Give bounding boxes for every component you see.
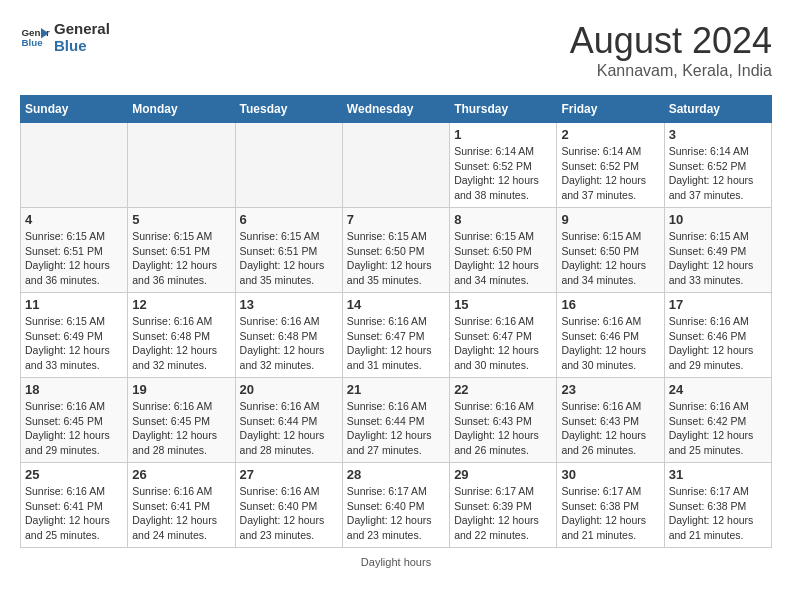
header-thursday: Thursday bbox=[450, 96, 557, 123]
day-number: 10 bbox=[669, 212, 767, 227]
calendar-cell: 14Sunrise: 6:16 AM Sunset: 6:47 PM Dayli… bbox=[342, 293, 449, 378]
calendar-cell: 12Sunrise: 6:16 AM Sunset: 6:48 PM Dayli… bbox=[128, 293, 235, 378]
calendar-cell: 20Sunrise: 6:16 AM Sunset: 6:44 PM Dayli… bbox=[235, 378, 342, 463]
calendar-cell: 13Sunrise: 6:16 AM Sunset: 6:48 PM Dayli… bbox=[235, 293, 342, 378]
day-number: 12 bbox=[132, 297, 230, 312]
header-monday: Monday bbox=[128, 96, 235, 123]
page-header: General Blue General Blue August 2024 Ka… bbox=[20, 20, 772, 80]
day-number: 14 bbox=[347, 297, 445, 312]
day-number: 11 bbox=[25, 297, 123, 312]
logo-icon: General Blue bbox=[20, 22, 50, 52]
day-info: Sunrise: 6:15 AM Sunset: 6:51 PM Dayligh… bbox=[132, 229, 230, 288]
calendar-cell: 4Sunrise: 6:15 AM Sunset: 6:51 PM Daylig… bbox=[21, 208, 128, 293]
calendar-week-3: 11Sunrise: 6:15 AM Sunset: 6:49 PM Dayli… bbox=[21, 293, 772, 378]
calendar-cell: 27Sunrise: 6:16 AM Sunset: 6:40 PM Dayli… bbox=[235, 463, 342, 548]
day-number: 3 bbox=[669, 127, 767, 142]
calendar-cell: 6Sunrise: 6:15 AM Sunset: 6:51 PM Daylig… bbox=[235, 208, 342, 293]
title-block: August 2024 Kannavam, Kerala, India bbox=[570, 20, 772, 80]
calendar-cell: 18Sunrise: 6:16 AM Sunset: 6:45 PM Dayli… bbox=[21, 378, 128, 463]
day-number: 16 bbox=[561, 297, 659, 312]
day-number: 6 bbox=[240, 212, 338, 227]
day-info: Sunrise: 6:16 AM Sunset: 6:44 PM Dayligh… bbox=[347, 399, 445, 458]
day-number: 20 bbox=[240, 382, 338, 397]
day-info: Sunrise: 6:15 AM Sunset: 6:49 PM Dayligh… bbox=[669, 229, 767, 288]
calendar-cell: 16Sunrise: 6:16 AM Sunset: 6:46 PM Dayli… bbox=[557, 293, 664, 378]
calendar-week-2: 4Sunrise: 6:15 AM Sunset: 6:51 PM Daylig… bbox=[21, 208, 772, 293]
calendar-subtitle: Kannavam, Kerala, India bbox=[570, 62, 772, 80]
day-number: 26 bbox=[132, 467, 230, 482]
day-number: 30 bbox=[561, 467, 659, 482]
day-info: Sunrise: 6:17 AM Sunset: 6:38 PM Dayligh… bbox=[561, 484, 659, 543]
day-number: 2 bbox=[561, 127, 659, 142]
calendar-cell: 5Sunrise: 6:15 AM Sunset: 6:51 PM Daylig… bbox=[128, 208, 235, 293]
calendar-cell: 22Sunrise: 6:16 AM Sunset: 6:43 PM Dayli… bbox=[450, 378, 557, 463]
day-number: 9 bbox=[561, 212, 659, 227]
day-info: Sunrise: 6:14 AM Sunset: 6:52 PM Dayligh… bbox=[561, 144, 659, 203]
day-number: 8 bbox=[454, 212, 552, 227]
calendar-cell: 1Sunrise: 6:14 AM Sunset: 6:52 PM Daylig… bbox=[450, 123, 557, 208]
day-number: 5 bbox=[132, 212, 230, 227]
day-number: 4 bbox=[25, 212, 123, 227]
day-info: Sunrise: 6:17 AM Sunset: 6:39 PM Dayligh… bbox=[454, 484, 552, 543]
calendar-cell: 9Sunrise: 6:15 AM Sunset: 6:50 PM Daylig… bbox=[557, 208, 664, 293]
calendar-cell: 24Sunrise: 6:16 AM Sunset: 6:42 PM Dayli… bbox=[664, 378, 771, 463]
calendar-cell: 8Sunrise: 6:15 AM Sunset: 6:50 PM Daylig… bbox=[450, 208, 557, 293]
day-number: 7 bbox=[347, 212, 445, 227]
calendar-week-4: 18Sunrise: 6:16 AM Sunset: 6:45 PM Dayli… bbox=[21, 378, 772, 463]
day-number: 25 bbox=[25, 467, 123, 482]
day-info: Sunrise: 6:16 AM Sunset: 6:45 PM Dayligh… bbox=[25, 399, 123, 458]
calendar-title: August 2024 bbox=[570, 20, 772, 62]
day-info: Sunrise: 6:16 AM Sunset: 6:48 PM Dayligh… bbox=[132, 314, 230, 373]
day-number: 21 bbox=[347, 382, 445, 397]
day-info: Sunrise: 6:16 AM Sunset: 6:43 PM Dayligh… bbox=[454, 399, 552, 458]
day-info: Sunrise: 6:16 AM Sunset: 6:42 PM Dayligh… bbox=[669, 399, 767, 458]
day-number: 17 bbox=[669, 297, 767, 312]
day-info: Sunrise: 6:14 AM Sunset: 6:52 PM Dayligh… bbox=[454, 144, 552, 203]
day-info: Sunrise: 6:16 AM Sunset: 6:48 PM Dayligh… bbox=[240, 314, 338, 373]
day-info: Sunrise: 6:17 AM Sunset: 6:38 PM Dayligh… bbox=[669, 484, 767, 543]
calendar-cell: 28Sunrise: 6:17 AM Sunset: 6:40 PM Dayli… bbox=[342, 463, 449, 548]
day-number: 18 bbox=[25, 382, 123, 397]
calendar-cell: 31Sunrise: 6:17 AM Sunset: 6:38 PM Dayli… bbox=[664, 463, 771, 548]
calendar-cell: 11Sunrise: 6:15 AM Sunset: 6:49 PM Dayli… bbox=[21, 293, 128, 378]
day-info: Sunrise: 6:15 AM Sunset: 6:51 PM Dayligh… bbox=[240, 229, 338, 288]
day-number: 29 bbox=[454, 467, 552, 482]
day-info: Sunrise: 6:16 AM Sunset: 6:43 PM Dayligh… bbox=[561, 399, 659, 458]
day-number: 23 bbox=[561, 382, 659, 397]
day-info: Sunrise: 6:17 AM Sunset: 6:40 PM Dayligh… bbox=[347, 484, 445, 543]
day-info: Sunrise: 6:16 AM Sunset: 6:41 PM Dayligh… bbox=[132, 484, 230, 543]
svg-text:Blue: Blue bbox=[22, 37, 44, 48]
calendar-cell bbox=[21, 123, 128, 208]
day-info: Sunrise: 6:14 AM Sunset: 6:52 PM Dayligh… bbox=[669, 144, 767, 203]
calendar-cell bbox=[342, 123, 449, 208]
calendar-cell bbox=[128, 123, 235, 208]
day-number: 31 bbox=[669, 467, 767, 482]
day-number: 28 bbox=[347, 467, 445, 482]
logo-general: General bbox=[54, 20, 110, 37]
day-info: Sunrise: 6:16 AM Sunset: 6:46 PM Dayligh… bbox=[561, 314, 659, 373]
header-saturday: Saturday bbox=[664, 96, 771, 123]
day-info: Sunrise: 6:16 AM Sunset: 6:46 PM Dayligh… bbox=[669, 314, 767, 373]
day-number: 1 bbox=[454, 127, 552, 142]
calendar-cell: 7Sunrise: 6:15 AM Sunset: 6:50 PM Daylig… bbox=[342, 208, 449, 293]
calendar-header: Sunday Monday Tuesday Wednesday Thursday… bbox=[21, 96, 772, 123]
calendar-cell: 2Sunrise: 6:14 AM Sunset: 6:52 PM Daylig… bbox=[557, 123, 664, 208]
calendar-cell: 15Sunrise: 6:16 AM Sunset: 6:47 PM Dayli… bbox=[450, 293, 557, 378]
footer: Daylight hours bbox=[20, 556, 772, 568]
day-info: Sunrise: 6:16 AM Sunset: 6:47 PM Dayligh… bbox=[454, 314, 552, 373]
day-number: 13 bbox=[240, 297, 338, 312]
day-info: Sunrise: 6:15 AM Sunset: 6:50 PM Dayligh… bbox=[347, 229, 445, 288]
day-info: Sunrise: 6:16 AM Sunset: 6:40 PM Dayligh… bbox=[240, 484, 338, 543]
day-info: Sunrise: 6:16 AM Sunset: 6:44 PM Dayligh… bbox=[240, 399, 338, 458]
calendar-week-5: 25Sunrise: 6:16 AM Sunset: 6:41 PM Dayli… bbox=[21, 463, 772, 548]
day-number: 22 bbox=[454, 382, 552, 397]
day-info: Sunrise: 6:15 AM Sunset: 6:49 PM Dayligh… bbox=[25, 314, 123, 373]
calendar-cell: 3Sunrise: 6:14 AM Sunset: 6:52 PM Daylig… bbox=[664, 123, 771, 208]
calendar-cell: 21Sunrise: 6:16 AM Sunset: 6:44 PM Dayli… bbox=[342, 378, 449, 463]
day-number: 15 bbox=[454, 297, 552, 312]
day-number: 24 bbox=[669, 382, 767, 397]
day-info: Sunrise: 6:16 AM Sunset: 6:45 PM Dayligh… bbox=[132, 399, 230, 458]
calendar-body: 1Sunrise: 6:14 AM Sunset: 6:52 PM Daylig… bbox=[21, 123, 772, 548]
day-info: Sunrise: 6:15 AM Sunset: 6:50 PM Dayligh… bbox=[561, 229, 659, 288]
calendar-cell: 26Sunrise: 6:16 AM Sunset: 6:41 PM Dayli… bbox=[128, 463, 235, 548]
